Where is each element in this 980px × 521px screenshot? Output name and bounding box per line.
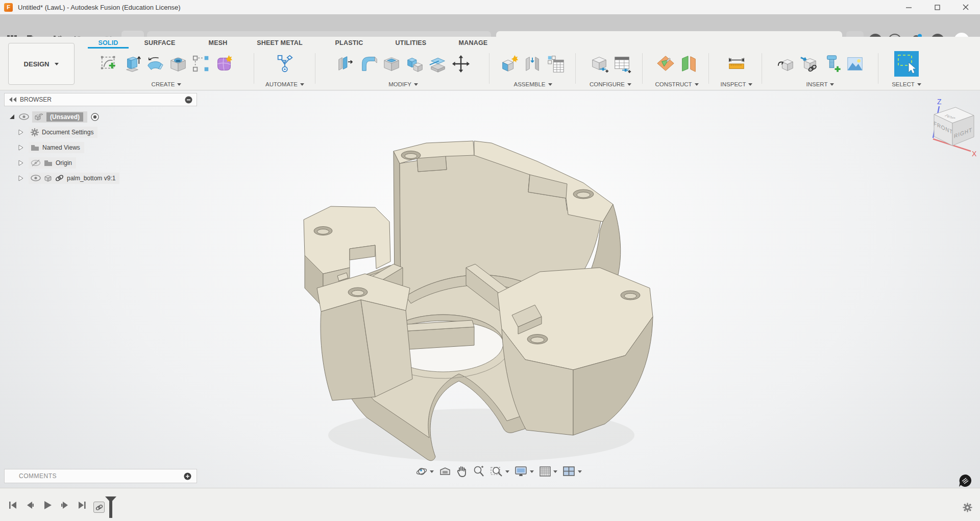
automate-tool[interactable] [274, 51, 297, 77]
timeline-feature-linked-component[interactable] [93, 502, 105, 513]
browser-item-named-views[interactable]: Named Views [18, 141, 84, 154]
dropdown-caret-icon [695, 83, 699, 86]
insert-fastener-tool[interactable] [820, 51, 843, 77]
model-palm-bottom[interactable] [298, 139, 655, 476]
ribbon-tab-mesh[interactable]: MESH [200, 37, 236, 49]
window-title: Untitled* (LawL) - Autodesk Fusion (Educ… [18, 4, 181, 11]
ribbon-tab-sheet-metal[interactable]: SHEET METAL [249, 37, 310, 49]
visibility-off-eye-icon[interactable] [31, 159, 41, 167]
expand-triangle-icon[interactable] [18, 160, 23, 166]
grid-snaps-button[interactable] [538, 464, 558, 479]
fusion-window: F Untitled* (LawL) - Autodesk Fusion (Ed… [0, 0, 980, 521]
navigation-bar [414, 463, 583, 480]
expand-triangle-icon[interactable] [9, 114, 15, 120]
expand-triangle-icon[interactable] [18, 175, 23, 181]
browser-item-palm-bottom[interactable]: palm_bottom v9:1 [18, 172, 119, 184]
create-form-tool[interactable] [212, 51, 235, 77]
new-component-tool[interactable] [499, 51, 522, 77]
fillet-tool[interactable] [357, 51, 380, 77]
modify-group-label[interactable]: MODIFY [388, 79, 418, 89]
offset-plane-tool[interactable] [677, 51, 700, 77]
expand-triangle-icon[interactable] [18, 129, 23, 135]
construction-plane-tool[interactable] [654, 51, 677, 77]
ribbon-tab-solid[interactable]: SOLID [88, 37, 129, 49]
view-cube[interactable]: TOP FRONT RIGHT Z X [918, 96, 978, 157]
configure-group-label[interactable]: CONFIGURE [590, 79, 631, 89]
minimize-button[interactable] [894, 0, 923, 14]
expand-triangle-icon[interactable] [18, 145, 23, 151]
step-back-button[interactable] [24, 500, 36, 510]
canvas-image-tool[interactable] [843, 51, 866, 77]
measure-tool[interactable] [725, 51, 748, 77]
panel-minus-button[interactable] [185, 96, 192, 104]
play-button[interactable] [42, 500, 53, 510]
zoom-button[interactable] [472, 464, 486, 479]
window-zoom-button[interactable] [489, 464, 510, 479]
ribbon-tab-surface[interactable]: SURFACE [137, 37, 183, 49]
ribbon-tab-utilities[interactable]: UTILITIES [388, 37, 434, 49]
dropdown-caret-icon [548, 83, 552, 86]
revolve-tool[interactable] [143, 51, 166, 77]
visibility-eye-icon[interactable] [19, 113, 29, 120]
configuration-table-tool[interactable] [610, 51, 633, 77]
automate-icon [275, 54, 295, 74]
browser-item-root[interactable]: (Unsaved) [9, 110, 99, 123]
add-comment-button[interactable] [184, 472, 191, 480]
maximize-button[interactable] [923, 0, 951, 14]
go-to-start-button[interactable] [7, 500, 18, 510]
timeline-settings-gear-icon[interactable] [963, 503, 972, 512]
browser-item-origin[interactable]: Origin [18, 156, 76, 169]
configure-tool[interactable] [587, 51, 610, 77]
viewports-caret-icon[interactable] [578, 470, 582, 473]
automate-group-label[interactable]: AUTOMATE [265, 79, 304, 89]
insert-design-tool[interactable] [797, 51, 820, 77]
workspace-selector[interactable]: DESIGN [8, 43, 75, 85]
rectangular-pattern-tool[interactable] [189, 51, 212, 77]
look-at-button[interactable] [438, 464, 452, 479]
insert-group-label[interactable]: INSERT [806, 79, 835, 89]
display-caret-icon[interactable] [530, 470, 534, 473]
go-to-end-button[interactable] [77, 500, 88, 510]
comments-bar[interactable]: COMMENTS [4, 469, 197, 483]
ribbon-tab-manage[interactable]: MANAGE [451, 37, 495, 49]
derive-tool[interactable] [774, 51, 797, 77]
group-separator [878, 53, 878, 84]
collapse-panel-icon[interactable] [9, 97, 17, 102]
extrude-tool[interactable] [120, 51, 143, 77]
viewports-button[interactable] [561, 464, 583, 479]
step-forward-button[interactable] [59, 500, 70, 510]
select-group-label[interactable]: SELECT [892, 79, 921, 89]
inspect-group-label[interactable]: INSPECT [721, 79, 753, 89]
timeline-playhead[interactable] [104, 496, 117, 519]
pan-button[interactable] [455, 464, 469, 479]
visibility-eye-icon[interactable] [31, 175, 41, 181]
orbit-caret-icon[interactable] [430, 470, 434, 473]
close-button[interactable] [951, 0, 980, 14]
configuration-table-icon [612, 54, 632, 74]
create-group-label[interactable]: CREATE [152, 79, 182, 89]
joint-tool[interactable] [522, 51, 545, 77]
assemble-group-label[interactable]: ASSEMBLE [514, 79, 552, 89]
browser-panel-header[interactable]: BROWSER [4, 93, 197, 106]
move-copy-tool[interactable] [449, 51, 472, 77]
hole-tool[interactable] [166, 51, 189, 77]
create-sketch-tool[interactable] [97, 51, 120, 77]
joint-icon [523, 54, 543, 74]
shell-tool[interactable] [380, 51, 403, 77]
orbit-button[interactable] [414, 464, 435, 479]
bill-of-materials-tool[interactable] [545, 51, 568, 77]
browser-item-document-settings[interactable]: Document Settings [18, 126, 97, 138]
root-document-label[interactable]: (Unsaved) [46, 112, 83, 122]
select-tool[interactable] [892, 51, 921, 77]
display-settings-button[interactable] [513, 464, 535, 479]
split-body-tool[interactable] [426, 51, 449, 77]
assistant-button[interactable] [959, 474, 972, 487]
window-zoom-caret-icon[interactable] [505, 470, 509, 473]
grid-caret-icon[interactable] [553, 470, 557, 473]
press-pull-tool[interactable] [334, 51, 357, 77]
activate-radio-icon[interactable] [91, 113, 99, 121]
construct-group-label[interactable]: CONSTRUCT [655, 79, 698, 89]
viewport-canvas[interactable]: TOP FRONT RIGHT Z X BROWSER [0, 91, 980, 488]
ribbon-tab-plastic[interactable]: PLASTIC [329, 37, 370, 49]
combine-tool[interactable] [403, 51, 426, 77]
